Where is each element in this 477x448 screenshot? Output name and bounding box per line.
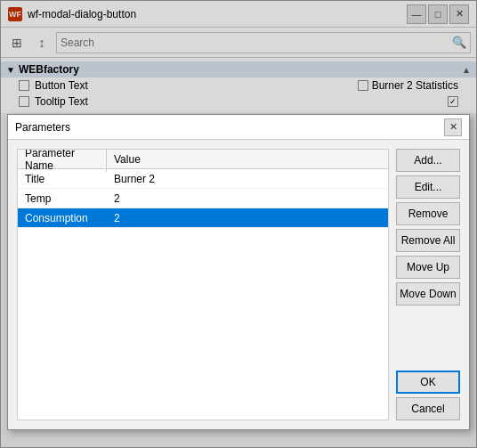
table-row-selected[interactable]: Consumption 2 (18, 208, 388, 228)
modal-close-button[interactable]: ✕ (444, 118, 462, 136)
col-header-name: Parameter Name (18, 149, 107, 172)
edit-button[interactable]: Edit... (396, 175, 460, 199)
parameters-table: Parameter Name Value Title Burner 2 Temp… (17, 149, 389, 420)
move-down-button[interactable]: Move Down (396, 282, 460, 305)
cell-param-name: Title (18, 173, 107, 185)
cell-param-value: 2 (107, 192, 127, 205)
modal-titlebar: Parameters ✕ (8, 115, 469, 140)
cell-param-name: Consumption (18, 212, 107, 224)
action-buttons-panel: Add... Edit... Remove Remove All Move Up… (396, 149, 460, 420)
table-header: Parameter Name Value (18, 150, 388, 169)
parameters-dialog: Parameters ✕ Parameter Name Value Title … (7, 114, 470, 430)
modal-title: Parameters (15, 121, 444, 134)
remove-all-button[interactable]: Remove All (396, 229, 460, 252)
move-up-button[interactable]: Move Up (396, 256, 460, 279)
cancel-button[interactable]: Cancel (396, 397, 460, 420)
cell-param-name: Temp (18, 192, 107, 205)
cell-param-value: Burner 2 (107, 173, 162, 185)
ok-button[interactable]: OK (396, 371, 460, 394)
table-row[interactable]: Title Burner 2 (18, 169, 388, 189)
spacer (396, 309, 460, 367)
modal-body: Parameter Name Value Title Burner 2 Temp… (8, 140, 469, 429)
add-button[interactable]: Add... (396, 149, 460, 172)
col-header-value: Value (107, 153, 148, 166)
cell-param-value: 2 (107, 212, 127, 224)
remove-button[interactable]: Remove (396, 202, 460, 225)
modal-overlay: Parameters ✕ Parameter Name Value Title … (0, 0, 477, 448)
table-row[interactable]: Temp 2 (18, 189, 388, 208)
